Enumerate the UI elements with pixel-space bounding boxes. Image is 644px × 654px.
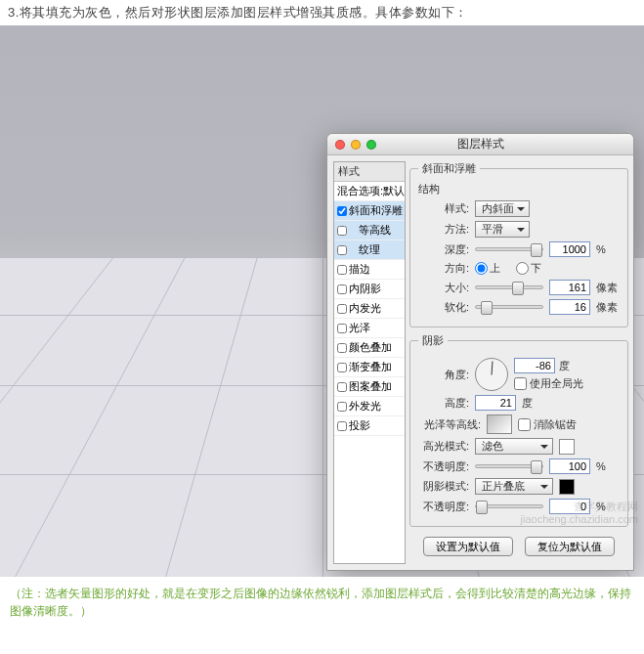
- global-light-checkbox[interactable]: 使用全局光: [514, 376, 583, 391]
- style-item-contour[interactable]: 等高线: [334, 221, 405, 240]
- soften-unit: 像素: [596, 300, 620, 315]
- style-list-header: 样式: [334, 162, 405, 182]
- style-item-coloroverlay[interactable]: 颜色叠加: [334, 338, 405, 358]
- altitude-label: 高度:: [418, 396, 469, 411]
- set-default-button[interactable]: 设置为默认值: [423, 537, 513, 556]
- texture-checkbox[interactable]: [337, 245, 347, 255]
- highlight-mode-select[interactable]: 滤色: [475, 438, 553, 455]
- depth-slider[interactable]: [475, 247, 543, 251]
- style-select[interactable]: 内斜面: [475, 200, 530, 217]
- stroke-checkbox[interactable]: [337, 265, 347, 275]
- method-label: 方法:: [418, 222, 469, 237]
- patternoverlay-checkbox[interactable]: [337, 382, 347, 392]
- depth-unit: %: [596, 243, 620, 255]
- bevel-legend: 斜面和浮雕: [418, 161, 480, 176]
- contour-checkbox[interactable]: [337, 226, 347, 236]
- style-item-innerglow[interactable]: 内发光: [334, 299, 405, 319]
- style-item-satin[interactable]: 光泽: [334, 319, 405, 338]
- angle-unit: 度: [559, 359, 582, 373]
- bevel-group: 斜面和浮雕 结构 样式: 内斜面 方法: 平滑 深度: %: [409, 161, 628, 327]
- style-item-dropshadow[interactable]: 投影: [334, 416, 405, 436]
- angle-input[interactable]: [514, 358, 555, 373]
- altitude-unit: 度: [522, 396, 545, 411]
- style-item-patternoverlay[interactable]: 图案叠加: [334, 377, 405, 397]
- shadow-opacity-label: 不透明度:: [418, 500, 469, 514]
- style-item-outerglow[interactable]: 外发光: [334, 397, 405, 416]
- reset-default-button[interactable]: 复位为默认值: [525, 537, 615, 556]
- style-item-gradientoverlay[interactable]: 渐变叠加: [334, 358, 405, 377]
- page-title: 3.将其填充为灰色，然后对形状图层添加图层样式增强其质感。具体参数如下：: [0, 0, 644, 25]
- soften-input[interactable]: [549, 299, 590, 315]
- angle-label: 角度:: [418, 368, 469, 382]
- coloroverlay-checkbox[interactable]: [337, 343, 347, 353]
- outerglow-checkbox[interactable]: [337, 402, 347, 412]
- antialias-checkbox[interactable]: 消除锯齿: [518, 417, 577, 432]
- shadow-mode-select[interactable]: 正片叠底: [475, 478, 553, 495]
- innerglow-checkbox[interactable]: [337, 304, 347, 314]
- highlight-opacity-input[interactable]: [549, 458, 590, 474]
- direction-label: 方向:: [418, 261, 469, 276]
- highlight-opacity-label: 不透明度:: [418, 459, 469, 474]
- soften-slider[interactable]: [475, 305, 543, 309]
- highlight-mode-label: 高光模式:: [418, 439, 469, 454]
- gloss-label: 光泽等高线:: [418, 417, 481, 432]
- pct-unit: %: [596, 460, 620, 472]
- style-list: 样式 混合选项:默认 斜面和浮雕 等高线 纹理 描边 内阴影 内发光 光泽 颜色…: [333, 161, 406, 564]
- style-item-stroke[interactable]: 描边: [334, 260, 405, 280]
- gloss-contour-picker[interactable]: [487, 414, 512, 434]
- bevel-checkbox[interactable]: [337, 206, 347, 216]
- style-item-innershadow[interactable]: 内阴影: [334, 280, 405, 299]
- footer-note: （注：选者矢量图形的好处，就是在变形之后图像的边缘依然锐利，添加图层样式后，会得…: [0, 577, 644, 624]
- gradientoverlay-checkbox[interactable]: [337, 363, 347, 372]
- size-input[interactable]: [549, 280, 590, 295]
- size-unit: 像素: [596, 281, 620, 295]
- shadow-mode-label: 阴影模式:: [418, 479, 469, 494]
- canvas-preview: 图层样式 样式 混合选项:默认 斜面和浮雕 等高线 纹理 描边 内阴影 内发光 …: [0, 25, 644, 577]
- soften-label: 软化:: [418, 300, 469, 315]
- altitude-input[interactable]: [475, 395, 516, 411]
- watermark: 查字典教程网 jiaocheng.chazidian.com: [521, 501, 638, 526]
- dir-down-radio[interactable]: 下: [516, 261, 541, 276]
- shading-group: 阴影 角度: 度 使用全局光 高度:: [409, 333, 628, 527]
- structure-label: 结构: [418, 182, 620, 196]
- shadow-color-swatch[interactable]: [559, 479, 575, 495]
- dir-up-radio[interactable]: 上: [475, 261, 500, 276]
- shading-legend: 阴影: [418, 333, 448, 348]
- innershadow-checkbox[interactable]: [337, 284, 347, 294]
- size-label: 大小:: [418, 281, 469, 295]
- satin-checkbox[interactable]: [337, 324, 347, 333]
- highlight-color-swatch[interactable]: [559, 439, 575, 455]
- style-item-bevel[interactable]: 斜面和浮雕: [334, 201, 405, 221]
- depth-input[interactable]: [549, 241, 590, 257]
- dialog-title: 图层样式: [327, 136, 633, 153]
- method-select[interactable]: 平滑: [475, 221, 530, 238]
- dropshadow-checkbox[interactable]: [337, 421, 347, 431]
- size-slider[interactable]: [475, 285, 543, 289]
- dialog-titlebar[interactable]: 图层样式: [327, 134, 633, 155]
- depth-label: 深度:: [418, 242, 469, 257]
- angle-dial[interactable]: [475, 358, 508, 391]
- style-item-blend[interactable]: 混合选项:默认: [334, 182, 405, 201]
- style-label: 样式:: [418, 201, 469, 216]
- style-item-texture[interactable]: 纹理: [334, 240, 405, 260]
- highlight-opacity-slider[interactable]: [475, 464, 543, 468]
